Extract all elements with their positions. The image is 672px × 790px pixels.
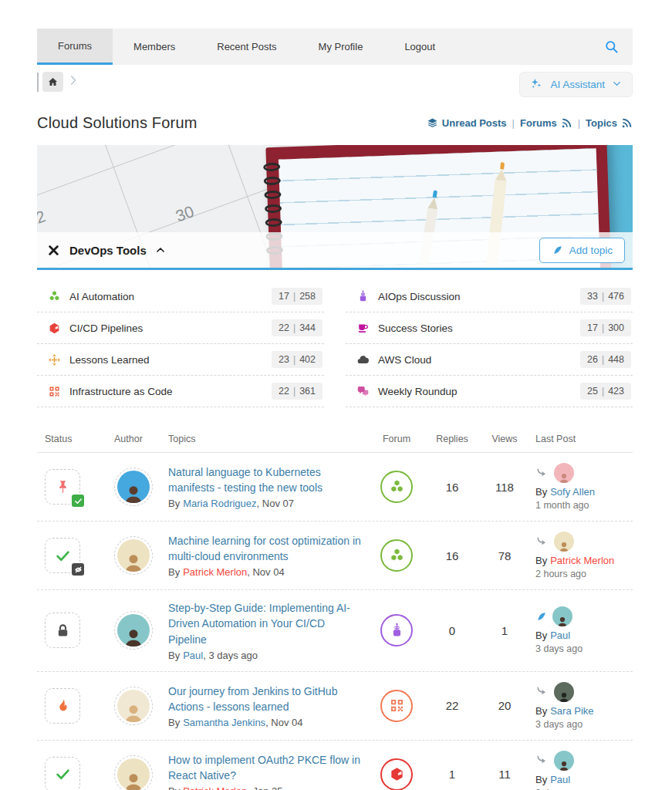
category-name: AIOps Discussion	[378, 291, 461, 302]
category-count-badge: 23|402	[272, 351, 322, 368]
nav-tab-recent-posts[interactable]: Recent Posts	[196, 29, 297, 65]
topic-byline: ByPaul, 3 days ago	[168, 650, 363, 661]
move-arrows-icon	[48, 353, 61, 366]
person-icon	[122, 770, 145, 790]
topic-byline: ByPatrick Merlon, Jan 25	[168, 785, 363, 790]
nav-tab-logout[interactable]: Logout	[383, 29, 456, 65]
category-count-badge: 22|344	[272, 319, 322, 336]
last-poster-avatar[interactable]	[552, 606, 572, 626]
lock-icon	[55, 623, 71, 639]
category-aiops-discussion[interactable]: AIOps Discussion 33|476	[346, 281, 633, 312]
author-link[interactable]: Patrick Merlon	[183, 566, 247, 578]
views-count: 1	[477, 624, 532, 637]
ai-assistant-button[interactable]: AI Assistant	[519, 72, 633, 97]
eye-slash-icon	[74, 565, 83, 574]
last-post-time: 2 hours ago	[535, 569, 633, 579]
topic-title-link[interactable]: Our journey from Jenkins to GitHub Actio…	[168, 684, 363, 715]
last-poster-link[interactable]: Patrick Merlon	[550, 555, 614, 566]
cluster-icon	[389, 548, 405, 564]
forum-ai-automation-icon[interactable]	[380, 539, 413, 572]
category-infrastructure-as-code[interactable]: Infrastructure as Code 22|361	[37, 376, 324, 407]
status-hot-icon	[45, 688, 80, 724]
topic-title-link[interactable]: How to implement OAuth2 PKCE flow in Rea…	[168, 752, 363, 784]
category-count-badge: 17|258	[272, 288, 322, 305]
topic-title-link[interactable]: Step-by-Step Guide: Implementing AI-Driv…	[168, 600, 363, 647]
views-count: 118	[477, 481, 532, 494]
author-avatar[interactable]	[114, 536, 153, 575]
last-poster-link[interactable]: Paul	[550, 630, 570, 641]
qr-code-icon	[48, 385, 61, 398]
views-count: 78	[477, 549, 532, 562]
section-collapse-toggle[interactable]: DevOps Tools	[46, 243, 166, 258]
category-lessons-learned[interactable]: Lessons Learned 23|402	[37, 344, 324, 376]
unread-posts-link[interactable]: Unread Posts	[427, 117, 507, 129]
replies-count: 22	[431, 699, 474, 712]
last-poster-avatar[interactable]	[554, 751, 574, 771]
nav-tab-my-profile[interactable]: My Profile	[298, 29, 384, 65]
hero-banner: 22 29 30 31 DevOps Tools Add topic	[37, 145, 633, 270]
table-row: Our journey from Jenkins to GitHub Actio…	[37, 672, 633, 741]
last-poster-avatar[interactable]	[554, 532, 574, 552]
last-poster-avatar[interactable]	[554, 682, 574, 702]
add-topic-button[interactable]: Add topic	[539, 238, 625, 263]
author-avatar[interactable]	[114, 755, 153, 790]
category-count-badge: 26|448	[580, 351, 631, 368]
category-weekly-roundup[interactable]: Weekly Roundup 25|423	[346, 376, 633, 407]
author-link[interactable]: Samantha Jenkins	[183, 717, 265, 728]
author-link[interactable]: Patrick Merlon	[183, 785, 247, 790]
author-avatar[interactable]	[114, 687, 153, 725]
layers-icon	[427, 117, 438, 129]
category-success-stories[interactable]: Success Stories 17|300	[346, 312, 633, 344]
search-button[interactable]	[590, 29, 633, 65]
home-button[interactable]	[42, 72, 63, 92]
tools-icon	[46, 243, 61, 258]
forum-cicd-icon[interactable]	[380, 758, 413, 790]
nav-tab-forums[interactable]: Forums	[37, 29, 113, 65]
person-icon	[558, 471, 571, 483]
topic-title-link[interactable]: Natural language to Kubernetes manifests…	[168, 464, 363, 496]
forum-iac-icon[interactable]	[380, 690, 413, 722]
author-link[interactable]: Maria Rodriguez	[183, 498, 256, 509]
topics-rss-link[interactable]: Topics	[586, 117, 633, 129]
robot-icon	[356, 290, 370, 303]
cube-icon	[48, 322, 61, 335]
unread-posts-label: Unread Posts	[442, 117, 507, 129]
calendar-number: 22	[37, 207, 48, 231]
home-icon	[47, 76, 59, 88]
category-name: Lessons Learned	[69, 354, 150, 366]
category-cicd-pipelines[interactable]: CI/CD Pipelines 22|344	[37, 312, 324, 344]
last-poster-link[interactable]: Sofy Allen	[550, 486, 595, 498]
forum-aiops-icon[interactable]	[380, 614, 413, 647]
header-author: Author	[114, 434, 165, 444]
last-poster-link[interactable]: Paul	[550, 774, 570, 785]
person-icon	[558, 540, 571, 552]
check-icon	[55, 766, 71, 782]
person-icon	[558, 759, 571, 771]
nav-spacer	[456, 29, 590, 65]
reply-arrow-icon	[535, 685, 549, 698]
forums-rss-label: Forums	[520, 117, 557, 129]
last-poster-link[interactable]: Sara Pike	[550, 705, 593, 717]
last-poster-avatar[interactable]	[554, 463, 574, 483]
author-avatar[interactable]	[114, 468, 153, 506]
topics-rss-label: Topics	[586, 117, 617, 129]
category-name: Infrastructure as Code	[69, 386, 173, 397]
author-avatar[interactable]	[114, 611, 153, 650]
category-aws-cloud[interactable]: AWS Cloud 26|448	[346, 344, 633, 376]
forum-ai-automation-icon[interactable]	[380, 471, 413, 503]
status-approved-icon	[45, 757, 80, 790]
views-count: 11	[477, 768, 532, 781]
person-icon	[122, 551, 145, 572]
category-ai-automation[interactable]: AI Automation 17|258	[37, 281, 324, 312]
forums-rss-link[interactable]: Forums	[520, 117, 572, 129]
topic-title-link[interactable]: Machine learning for cost optimization i…	[168, 533, 363, 565]
table-row: Natural language to Kubernetes manifests…	[37, 453, 633, 522]
section-title: DevOps Tools	[69, 244, 147, 257]
last-post-cell: ByPatrick Merlon 2 hours ago	[535, 532, 633, 579]
top-nav: Forums Members Recent Posts My Profile L…	[37, 29, 633, 65]
author-link[interactable]: Paul	[183, 650, 203, 661]
rss-icon	[621, 117, 633, 129]
category-name: Weekly Roundup	[378, 386, 458, 397]
nav-tab-members[interactable]: Members	[113, 29, 196, 65]
person-icon	[122, 626, 145, 647]
